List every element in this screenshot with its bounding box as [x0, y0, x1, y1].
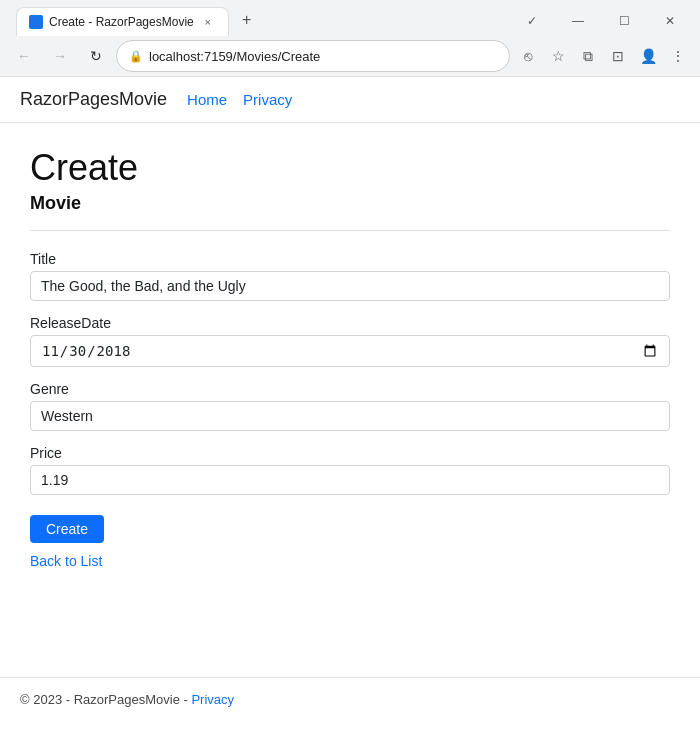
window-controls: ✓ — ☐ ✕ [510, 6, 692, 36]
address-bar[interactable]: 🔒 localhost:7159/Movies/Create [116, 40, 510, 72]
lock-icon: 🔒 [129, 50, 143, 63]
main-container: Create Movie Title ReleaseDate Genre Pri… [0, 123, 700, 593]
nav-bar: ← → ↻ 🔒 localhost:7159/Movies/Create ⎋ ☆… [0, 36, 700, 76]
release-date-label: ReleaseDate [30, 315, 670, 331]
footer-privacy-link[interactable]: Privacy [191, 692, 234, 707]
tab-close-button[interactable]: × [200, 14, 216, 30]
app-nav: RazorPagesMovie Home Privacy [0, 77, 700, 123]
release-date-input[interactable] [30, 335, 670, 367]
nav-link-privacy[interactable]: Privacy [243, 91, 292, 108]
tab-organizer-button[interactable]: ⊡ [604, 42, 632, 70]
back-to-list-link[interactable]: Back to List [30, 553, 670, 569]
browser-chrome: Create - RazorPagesMovie × + ✓ — ☐ ✕ ← →… [0, 0, 700, 77]
page-subheading: Movie [30, 193, 670, 214]
price-group: Price [30, 445, 670, 495]
close-button[interactable]: ✕ [648, 6, 692, 36]
create-form: Title ReleaseDate Genre Price Create Bac… [30, 251, 670, 569]
maximize-button[interactable]: ☐ [602, 6, 646, 36]
menu-button[interactable]: ⋮ [664, 42, 692, 70]
bookmark-button[interactable]: ☆ [544, 42, 572, 70]
page-heading: Create [30, 147, 670, 189]
minimize-button[interactable]: — [556, 6, 600, 36]
share-button[interactable]: ⎋ [514, 42, 542, 70]
genre-input[interactable] [30, 401, 670, 431]
genre-label: Genre [30, 381, 670, 397]
title-group: Title [30, 251, 670, 301]
title-input[interactable] [30, 271, 670, 301]
app-brand[interactable]: RazorPagesMovie [20, 89, 167, 110]
extensions-button[interactable]: ⧉ [574, 42, 602, 70]
release-date-group: ReleaseDate [30, 315, 670, 367]
footer-text: © 2023 - RazorPagesMovie - [20, 692, 191, 707]
url-text: localhost:7159/Movies/Create [149, 49, 497, 64]
active-tab[interactable]: Create - RazorPagesMovie × [16, 7, 229, 36]
divider [30, 230, 670, 231]
price-input[interactable] [30, 465, 670, 495]
tab-favicon [29, 15, 43, 29]
page-footer: © 2023 - RazorPagesMovie - Privacy [0, 677, 700, 721]
page-content: RazorPagesMovie Home Privacy Create Movi… [0, 77, 700, 637]
back-button[interactable]: ← [8, 40, 40, 72]
tab-bar: Create - RazorPagesMovie × + [8, 6, 506, 36]
title-bar: Create - RazorPagesMovie × + ✓ — ☐ ✕ [0, 0, 700, 36]
genre-group: Genre [30, 381, 670, 431]
check-button[interactable]: ✓ [510, 6, 554, 36]
price-label: Price [30, 445, 670, 461]
app-nav-links: Home Privacy [187, 91, 292, 108]
forward-button[interactable]: → [44, 40, 76, 72]
title-label: Title [30, 251, 670, 267]
new-tab-button[interactable]: + [233, 6, 261, 34]
profile-button[interactable]: 👤 [634, 42, 662, 70]
nav-actions: ⎋ ☆ ⧉ ⊡ 👤 ⋮ [514, 42, 692, 70]
create-submit-button[interactable]: Create [30, 515, 104, 543]
reload-button[interactable]: ↻ [80, 40, 112, 72]
tab-title: Create - RazorPagesMovie [49, 15, 194, 29]
nav-link-home[interactable]: Home [187, 91, 227, 108]
